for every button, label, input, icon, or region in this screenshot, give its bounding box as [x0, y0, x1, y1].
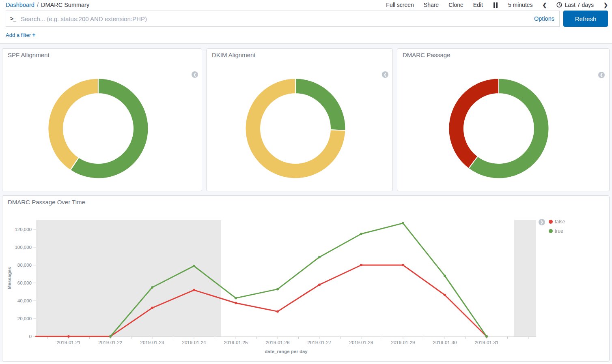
search-input[interactable] [21, 15, 534, 22]
x-tick-label: 2019-01-29 [391, 340, 415, 345]
legend-toggle-button[interactable]: ❮ [382, 71, 388, 78]
y-tick-label: 100,000 [15, 245, 32, 250]
dmarc-donut-chart[interactable] [448, 78, 550, 179]
pause-button[interactable] [493, 2, 498, 9]
x-tick-label: 2019-01-30 [433, 340, 457, 345]
chart-legend: falsetrue [549, 219, 565, 234]
filter-bar: Add a filter+ [0, 28, 612, 43]
dmarc-over-time-line-chart[interactable]: 020,00040,00060,00080,000100,000120,0002… [2, 196, 609, 361]
y-axis-title: Messages [7, 267, 12, 289]
refresh-button[interactable]: Refresh [563, 11, 608, 27]
donut-slice-green[interactable] [295, 79, 346, 131]
panel-title: DMARC Passage [403, 51, 450, 58]
time-range-label: Last 7 days [565, 2, 594, 8]
data-point-false[interactable] [35, 336, 37, 337]
data-point-false[interactable] [318, 283, 321, 286]
legend-dot-icon [549, 229, 553, 233]
time-next-button[interactable]: ❯ [603, 2, 608, 8]
data-point-true[interactable] [318, 256, 321, 258]
breadcrumb: Dashboard / DMARC Summary [6, 2, 89, 8]
legend-item-false[interactable]: false [549, 219, 565, 225]
panel-title: DKIM Alignment [212, 51, 256, 58]
endzone-band [514, 220, 536, 336]
nav-full-screen-button[interactable]: Full screen [386, 2, 414, 8]
x-tick-label: 2019-01-24 [182, 340, 206, 345]
x-tick-label: 2019-01-27 [308, 340, 332, 345]
endzone-band [36, 220, 221, 336]
top-nav: Full screenShareCloneEdit 5 minutes ❮ La… [386, 2, 608, 9]
nav-share-button[interactable]: Share [424, 2, 439, 8]
legend-dot-icon [549, 220, 553, 224]
y-tick-label: 60,000 [17, 280, 32, 285]
terminal-prompt-icon: >_ [10, 15, 16, 22]
legend-toggle-button[interactable]: ❮ [192, 71, 198, 78]
data-point-true[interactable] [444, 274, 446, 277]
y-tick-label: 0 [29, 334, 32, 339]
panel-dmarc-passage-over-time: DMARC Passage Over Time 020,00040,00060,… [2, 195, 610, 362]
data-point-false[interactable] [151, 307, 153, 309]
x-tick-label: 2019-01-26 [266, 340, 290, 345]
data-point-true[interactable] [193, 265, 195, 267]
x-axis-title: date_range per day [265, 349, 308, 354]
data-point-true[interactable] [109, 335, 112, 338]
panel-dmarc-passage: DMARC Passage ❮ [397, 48, 610, 191]
time-range-button[interactable]: Last 7 days [556, 2, 594, 8]
data-point-false[interactable] [276, 310, 279, 313]
donut-slice-yellow[interactable] [48, 79, 98, 170]
y-tick-label: 40,000 [17, 298, 32, 303]
search-bar: >_ Options [6, 11, 560, 27]
data-point-false[interactable] [235, 302, 237, 304]
x-tick-label: 2019-01-23 [140, 340, 164, 345]
search-row: >_ Options Refresh [0, 10, 612, 28]
options-link[interactable]: Options [534, 15, 554, 22]
plus-icon: + [32, 32, 35, 38]
panel-dkim-alignment: DKIM Alignment ❮ [206, 48, 393, 191]
data-point-false[interactable] [402, 264, 404, 266]
data-point-false[interactable] [193, 289, 195, 291]
panel-spf-alignment: SPF Allignment ❮ [2, 48, 202, 191]
y-tick-label: 120,000 [15, 227, 32, 232]
data-point-false[interactable] [444, 294, 446, 296]
clock-icon [556, 2, 562, 8]
legend-toggle-button[interactable]: ❯ [539, 219, 545, 225]
dashboard-grid: SPF Allignment ❮ DKIM Alignment ❮ DMARC … [0, 43, 612, 362]
x-tick-label: 2019-01-31 [475, 340, 499, 345]
data-point-true[interactable] [151, 286, 153, 289]
top-bar: Dashboard / DMARC Summary Full screenSha… [0, 0, 612, 10]
data-point-true[interactable] [485, 335, 488, 338]
legend-toggle-button[interactable]: ❮ [598, 72, 605, 78]
data-point-false[interactable] [360, 264, 362, 266]
donut-slice-red[interactable] [449, 79, 499, 169]
nav-edit-button[interactable]: Edit [473, 2, 483, 8]
dkim-donut-chart[interactable] [245, 78, 346, 179]
data-point-true[interactable] [235, 297, 237, 299]
y-tick-label: 80,000 [17, 263, 32, 268]
page-title: DMARC Summary [41, 2, 89, 8]
data-point-true[interactable] [402, 222, 404, 225]
y-tick-label: 20,000 [17, 316, 32, 321]
panel-title: SPF Allignment [8, 51, 50, 58]
add-filter-link[interactable]: Add a filter+ [6, 32, 35, 38]
nav-clone-button[interactable]: Clone [448, 2, 463, 8]
data-point-true[interactable] [360, 233, 362, 235]
legend-label: true [555, 228, 563, 234]
refresh-interval-button[interactable]: 5 minutes [508, 2, 533, 8]
legend-item-true[interactable]: true [549, 228, 565, 234]
x-tick-label: 2019-01-28 [349, 340, 373, 345]
breadcrumb-separator: / [37, 2, 39, 8]
x-tick-label: 2019-01-25 [224, 340, 248, 345]
data-point-false[interactable] [67, 335, 70, 338]
time-prev-button[interactable]: ❮ [543, 2, 547, 8]
legend-label: false [555, 219, 565, 225]
data-point-true[interactable] [276, 288, 279, 290]
spf-donut-chart[interactable] [47, 78, 149, 179]
x-tick-label: 2019-01-22 [99, 340, 123, 345]
x-tick-label: 2019-01-21 [57, 340, 81, 345]
breadcrumb-dashboard-link[interactable]: Dashboard [6, 2, 34, 8]
